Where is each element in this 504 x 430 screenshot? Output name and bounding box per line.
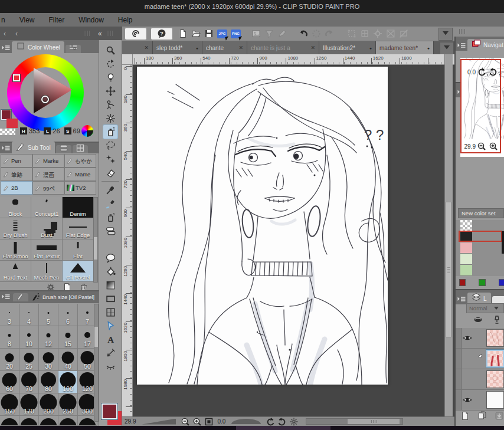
navigator-rotate-cw-icon[interactable] xyxy=(487,68,499,76)
document-tab-illustration2-[interactable]: Illustration2*● xyxy=(319,41,376,54)
collapse-left-icon[interactable]: ‹ xyxy=(4,29,6,38)
sub-tool-marke[interactable]: Marke xyxy=(32,154,64,168)
tab-brush-size-alt[interactable] xyxy=(13,293,28,301)
main-color-swatch[interactable] xyxy=(102,403,117,419)
brush-dust[interactable]: Dust xyxy=(31,218,63,239)
brush-size-12[interactable]: 12 xyxy=(39,326,58,349)
toolbar-snap-dots-button[interactable] xyxy=(310,28,323,40)
toolbar-transform-lasso-button[interactable] xyxy=(384,28,397,40)
collapse-double-icon[interactable]: « xyxy=(98,29,102,38)
brush-size-partial[interactable] xyxy=(0,416,19,426)
sub-tool-2b[interactable]: 2B xyxy=(1,181,32,195)
brush-size-80[interactable]: 80 xyxy=(39,371,58,393)
background-color-swatch[interactable] xyxy=(6,119,18,128)
toolbar-transform-grid-button[interactable] xyxy=(358,28,371,40)
tool-eraser[interactable] xyxy=(103,166,117,179)
brush-dry-blush[interactable]: Dry Blush xyxy=(0,218,31,239)
zoom-in-button[interactable] xyxy=(191,418,203,426)
brush-size-100[interactable]: 100 xyxy=(58,371,78,393)
navigator-rotate-ccw-icon[interactable] xyxy=(476,68,487,76)
color-swatch-0[interactable] xyxy=(460,220,472,231)
brush-size-partial[interactable] xyxy=(39,416,58,426)
layer-thumbnail[interactable] xyxy=(486,350,504,367)
tab-sub-tool-alt2[interactable] xyxy=(73,145,88,153)
brush-flat[interactable]: Flat xyxy=(63,239,94,261)
tab-close-icon[interactable]: ✕ xyxy=(238,45,243,51)
rotation-slider[interactable] xyxy=(231,419,261,424)
sub-tool-99-[interactable]: 99ペ xyxy=(32,181,64,195)
toolbar-filter-funnel-button[interactable] xyxy=(263,28,276,40)
layer-thumbnail[interactable] xyxy=(486,329,504,347)
tool-paint-bucket[interactable] xyxy=(103,265,117,278)
layer-thumbnail[interactable] xyxy=(486,391,504,409)
panel-menu-icon[interactable] xyxy=(457,41,466,50)
layer-row-1[interactable] xyxy=(456,349,504,369)
toolbar-save-file-button[interactable] xyxy=(202,28,215,40)
panel-menu-icon[interactable] xyxy=(1,44,11,52)
opacity-icon[interactable] xyxy=(473,315,483,327)
toolbar-undo-button[interactable] xyxy=(297,28,310,40)
brush-size-partial[interactable] xyxy=(58,416,78,426)
toolbar-open-file-button[interactable] xyxy=(189,28,202,40)
brush-size-15[interactable]: 15 xyxy=(58,326,78,349)
brush-oil-pastel[interactable]: Oil Pastel xyxy=(63,261,94,282)
transfer-layer-icon[interactable] xyxy=(495,411,504,423)
color-set-edge-swatch[interactable] xyxy=(502,231,504,254)
brush-size-70[interactable]: 70 xyxy=(19,371,39,393)
sub-tool-mame[interactable]: Mame xyxy=(64,168,96,181)
brush-size-40[interactable]: 40 xyxy=(58,349,78,371)
rotate-cw-button[interactable] xyxy=(276,418,288,426)
tab-color-wheel[interactable]: Color Wheel xyxy=(12,41,64,53)
brush-size-scrollbar[interactable] xyxy=(94,304,99,422)
tool-gradient[interactable] xyxy=(103,278,117,292)
tool-decoration[interactable] xyxy=(103,224,117,238)
tab-list-button[interactable] xyxy=(440,42,454,55)
brush-size-150[interactable]: 150 xyxy=(0,393,19,416)
toolbar-redo-button[interactable] xyxy=(323,28,336,40)
brush-size-3[interactable]: 3 xyxy=(0,304,19,326)
brush-flat-smoo[interactable]: Flat Smoo xyxy=(0,239,31,261)
sub-tool--[interactable]: 筆跡 xyxy=(1,168,32,181)
brush-hard-text[interactable]: Hard Text xyxy=(0,261,31,282)
footer-swatch-1[interactable] xyxy=(479,279,485,286)
tool-line-correct[interactable] xyxy=(103,346,117,360)
lamp-icon[interactable] xyxy=(492,315,502,327)
tool-balloon[interactable] xyxy=(103,251,117,265)
reset-view-button[interactable] xyxy=(288,418,300,426)
panel-menu-icon[interactable] xyxy=(1,144,11,152)
menu-item-view[interactable]: View xyxy=(12,14,42,27)
transparent-color-swatch[interactable] xyxy=(0,129,15,135)
toolbar-transform-slash-button[interactable] xyxy=(397,28,410,40)
color-swatch-4[interactable] xyxy=(460,265,472,276)
tool-airbrush[interactable] xyxy=(103,211,117,224)
brush-flat-textur[interactable]: Flat Textur xyxy=(31,239,63,261)
tab-navigator[interactable]: Navigat xyxy=(467,39,504,51)
sub-tool-scroll-thumb[interactable] xyxy=(94,237,97,260)
brush-size-8[interactable]: 8 xyxy=(0,326,19,349)
hue-marker[interactable] xyxy=(13,74,20,81)
sub-tool--[interactable]: もやか xyxy=(64,154,96,168)
color-wheel-mode-icon[interactable] xyxy=(81,125,93,137)
brush-size-5[interactable]: 5 xyxy=(39,304,58,326)
tool-figure[interactable] xyxy=(103,292,117,306)
color-swatch-2[interactable] xyxy=(460,242,472,254)
strip-grip[interactable] xyxy=(84,31,90,36)
document-tab-chante-is-just-a[interactable]: chante is just a✕ xyxy=(247,41,319,54)
sv-cursor[interactable] xyxy=(41,96,49,103)
document-tab-stub[interactable]: ✕ xyxy=(122,41,153,54)
layer-visibility-eye-icon[interactable] xyxy=(463,395,472,405)
document-tab-slep-todd-[interactable]: slep todd*● xyxy=(153,41,202,54)
toolbar-edit-pen-button[interactable] xyxy=(276,28,289,40)
sub-tool--[interactable]: 漫画 xyxy=(32,168,64,181)
brush-mech-pen[interactable]: Mech Pen xyxy=(31,261,63,282)
tab-sub-tool[interactable]: Sub Tool xyxy=(12,142,55,153)
brush-size-250[interactable]: 250 xyxy=(58,393,78,416)
panel-menu-icon[interactable] xyxy=(457,295,466,303)
tool-blend-drop[interactable] xyxy=(103,238,117,251)
color-swatch-3[interactable] xyxy=(460,254,472,265)
brush-flat-edge[interactable]: Flat Edge xyxy=(63,218,94,239)
document-tab-chante[interactable]: chante✕ xyxy=(202,41,247,54)
tool-pose[interactable] xyxy=(103,98,117,111)
brush-concept1[interactable]: Concept1 xyxy=(31,197,63,218)
sub-tool-tv2[interactable]: TV2 xyxy=(64,181,96,195)
